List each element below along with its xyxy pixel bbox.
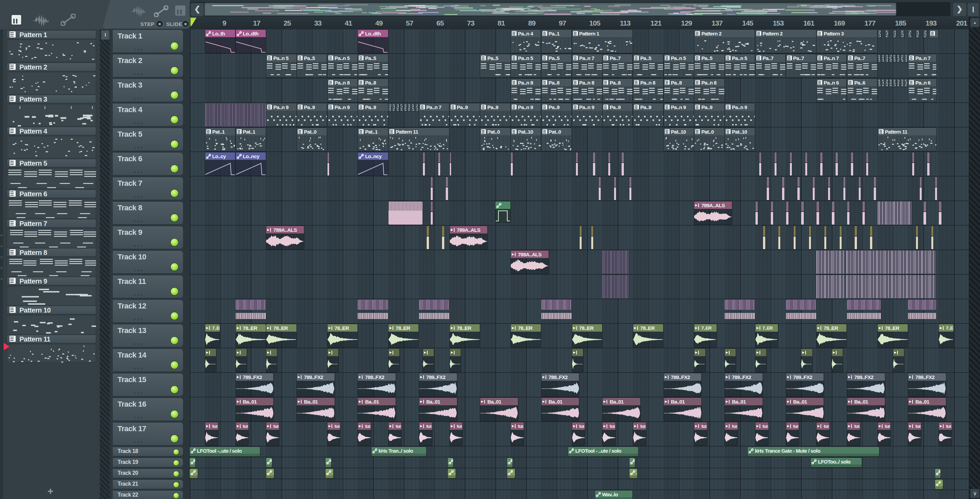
mute-led[interactable]	[171, 67, 178, 74]
clip-thinP[interactable]	[608, 152, 610, 175]
clip-pa-n-5[interactable]: Pa..n 5	[725, 54, 755, 77]
clip-thinP[interactable]	[576, 152, 578, 175]
clip-789a-als[interactable]: 789A..ALS	[266, 226, 304, 249]
clip-pill[interactable]	[404, 103, 407, 112]
pattern-item-pattern-3[interactable]: Pattern 3	[7, 95, 96, 103]
track-header-20[interactable]: Track 20	[113, 469, 183, 478]
clip--el[interactable]: ..el	[507, 469, 515, 478]
clip-tur-n[interactable]: tur..n	[847, 422, 860, 445]
wave-icon[interactable]	[32, 13, 51, 28]
clip-pill[interactable]	[916, 30, 920, 38]
pattern-item-pattern-10[interactable]: Pattern 10	[7, 306, 96, 314]
clip-thinT[interactable]	[824, 226, 826, 249]
clip-thinP[interactable]	[805, 152, 807, 175]
clip-audGh[interactable]	[205, 349, 216, 372]
clip-chop[interactable]	[847, 300, 881, 323]
clip--[interactable]: ..	[325, 458, 331, 467]
pattern-preview[interactable]	[7, 72, 96, 94]
clip-thinP[interactable]	[771, 201, 773, 225]
clip-stripes[interactable]	[205, 103, 266, 126]
track-header-4[interactable]: Track 4	[113, 104, 183, 126]
clip-thinP[interactable]	[912, 152, 914, 175]
pattern-item-pattern-5[interactable]: Pattern 5	[7, 159, 96, 167]
clip-pill[interactable]	[904, 79, 907, 87]
pattern-preview[interactable]	[7, 344, 96, 363]
clip-tur-n[interactable]: tur..n	[633, 422, 646, 445]
clip-lo-ncy[interactable]: Lo..ncy	[236, 152, 266, 175]
clip-thinP[interactable]	[328, 152, 329, 175]
mute-led[interactable]	[171, 190, 178, 197]
clip-pill[interactable]	[900, 79, 904, 87]
clip-789a-als[interactable]: 789A..ALS	[450, 226, 488, 249]
track-header-11[interactable]: Track 11	[113, 276, 183, 298]
clip-thinP[interactable]	[756, 201, 758, 225]
clip-pat-1[interactable]: Pat..1	[205, 128, 235, 151]
pattern-preview[interactable]	[7, 168, 96, 189]
mute-led[interactable]	[171, 239, 178, 246]
clip-tur-n[interactable]: tur..n	[816, 422, 829, 445]
track-header-19[interactable]: Track 19	[113, 458, 183, 467]
playlist-row-20[interactable]	[190, 468, 969, 479]
mute-led[interactable]	[173, 449, 179, 455]
clip-ba-01[interactable]: Ba..01	[664, 398, 702, 421]
mute-led[interactable]	[171, 91, 178, 99]
pattern-preview[interactable]	[7, 40, 96, 62]
clip-789-fx2[interactable]: 789..FX2	[725, 373, 763, 396]
clip-lo-ncy[interactable]: Lo..ncy	[358, 152, 388, 175]
pattern-preview[interactable]	[7, 104, 96, 126]
clip-audGh[interactable]	[694, 349, 705, 372]
clip-stripes[interactable]	[846, 275, 936, 298]
clip-pill[interactable]	[923, 30, 927, 38]
clip-pill[interactable]	[392, 103, 395, 112]
clip-lo-dth[interactable]: Lo..dth	[358, 30, 388, 53]
clip-pa-n-5[interactable]: Pa..n 5	[664, 54, 694, 77]
clip-thinP[interactable]	[859, 177, 861, 200]
pattern-panel-scroll-handle[interactable]: I	[101, 30, 110, 40]
mute-led[interactable]	[171, 165, 178, 172]
clip-pa-n-6[interactable]: Pa..n 6	[816, 79, 846, 102]
clip-pill[interactable]	[400, 103, 403, 112]
clip-pat-0[interactable]: Pat..0	[297, 128, 327, 151]
clip--el[interactable]: ..el	[935, 480, 943, 489]
playlist-row-7[interactable]	[190, 177, 969, 201]
pattern-preview[interactable]	[7, 199, 96, 219]
clip-pill[interactable]	[878, 54, 881, 62]
clip-ba-01[interactable]: Ba..01	[480, 398, 518, 421]
clip-pa-7[interactable]: Pa..7	[603, 54, 632, 77]
clip-tur-n[interactable]: tur..n	[328, 422, 340, 445]
clip-thinT[interactable]	[580, 226, 582, 249]
scroll-end-button[interactable]: ❙	[967, 3, 979, 16]
pattern-preview[interactable]	[7, 286, 96, 306]
clip-pa-n-9[interactable]: Pa..n 9	[725, 103, 755, 126]
clip-thinT[interactable]	[591, 226, 593, 249]
pattern-item-pattern-4[interactable]: Pattern 4	[7, 127, 96, 136]
clip-thinP[interactable]	[862, 201, 865, 225]
clip-pat-0[interactable]: Pat..0	[694, 128, 724, 151]
clip-pat-0[interactable]: Pat..0	[480, 128, 510, 151]
clip-audGh[interactable]	[450, 349, 461, 372]
mute-led[interactable]	[171, 214, 178, 222]
playlist-grid[interactable]: Lo..thLo..dthLo..dthPa..n 4Pa..1Pattern …	[190, 29, 969, 499]
clip-thinP[interactable]	[446, 177, 448, 200]
playlist-row-21[interactable]	[190, 479, 969, 490]
clip-thinP[interactable]	[920, 177, 922, 200]
clip-audGh[interactable]	[832, 349, 843, 372]
clip-7-er[interactable]: 7..ER	[756, 324, 778, 348]
add-pattern-button[interactable]: +	[44, 485, 57, 497]
clip-pill[interactable]	[900, 30, 904, 38]
clip-pill[interactable]	[889, 54, 892, 62]
clip-ba-01[interactable]: Ba..01	[419, 398, 457, 421]
clip-stripes[interactable]	[603, 275, 629, 298]
arrangement-overview[interactable]	[204, 3, 896, 16]
clip-thinP[interactable]	[775, 152, 776, 175]
pattern-preview[interactable]	[7, 228, 96, 248]
clip-pa-n-8[interactable]: Pa..n 8	[572, 79, 602, 102]
clip-lfotool-ute-solo[interactable]: LFOTool -..ute / solo	[190, 447, 260, 456]
clip-pa-n-5[interactable]: Pa..n 5	[266, 54, 296, 77]
clip-tur-n[interactable]: tur..n	[572, 422, 585, 445]
clip-pill[interactable]	[885, 54, 888, 62]
clip-thinT[interactable]	[426, 226, 429, 249]
clip-audGh[interactable]	[236, 349, 247, 372]
clip-thinP[interactable]	[593, 152, 595, 175]
clip-ba-01[interactable]: Ba..01	[541, 398, 579, 421]
